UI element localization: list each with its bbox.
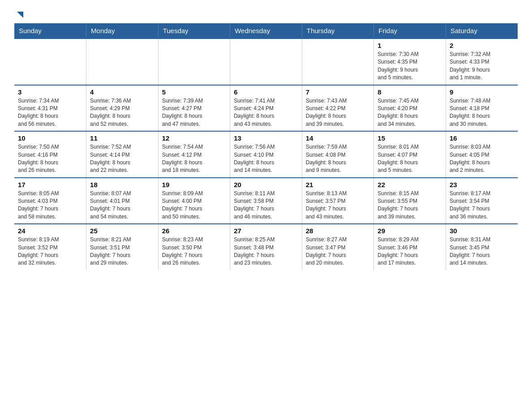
day-number: 2 [450,42,514,49]
day-info: Sunrise: 8:29 AM Sunset: 3:46 PM Dayligh… [378,236,442,267]
day-number: 3 [18,88,82,96]
day-info: Sunrise: 7:50 AM Sunset: 4:16 PM Dayligh… [18,143,82,175]
day-cell-3-5: 22Sunrise: 8:15 AM Sunset: 3:55 PM Dayli… [374,178,446,224]
day-cell-3-4: 21Sunrise: 8:13 AM Sunset: 3:57 PM Dayli… [302,178,374,224]
day-number: 27 [234,227,298,235]
day-cell-0-4 [302,39,374,85]
day-info: Sunrise: 8:03 AM Sunset: 4:05 PM Dayligh… [450,143,514,175]
day-info: Sunrise: 8:09 AM Sunset: 4:00 PM Dayligh… [162,190,227,221]
day-number: 29 [378,227,442,235]
day-cell-4-3: 27Sunrise: 8:25 AM Sunset: 3:48 PM Dayli… [230,224,302,270]
day-number: 24 [18,227,82,235]
day-number: 17 [18,181,82,188]
day-cell-4-4: 28Sunrise: 8:27 AM Sunset: 3:47 PM Dayli… [302,224,374,270]
day-cell-3-6: 23Sunrise: 8:17 AM Sunset: 3:54 PM Dayli… [446,178,518,224]
day-number: 11 [90,134,154,142]
day-info: Sunrise: 8:19 AM Sunset: 3:52 PM Dayligh… [18,236,82,267]
day-info: Sunrise: 7:48 AM Sunset: 4:18 PM Dayligh… [450,97,514,128]
day-info: Sunrise: 8:11 AM Sunset: 3:58 PM Dayligh… [234,190,298,221]
day-number: 5 [162,88,227,96]
day-cell-2-2: 12Sunrise: 7:54 AM Sunset: 4:12 PM Dayli… [158,131,230,178]
calendar-table: SundayMondayTuesdayWednesdayThursdayFrid… [14,23,518,270]
day-number: 22 [378,181,442,188]
day-info: Sunrise: 8:23 AM Sunset: 3:50 PM Dayligh… [162,236,227,267]
day-number: 10 [18,134,82,142]
day-cell-2-0: 10Sunrise: 7:50 AM Sunset: 4:16 PM Dayli… [14,131,86,178]
day-info: Sunrise: 7:52 AM Sunset: 4:14 PM Dayligh… [90,143,154,175]
week-row-4: 17Sunrise: 8:05 AM Sunset: 4:03 PM Dayli… [14,178,518,224]
day-number: 12 [162,134,227,142]
day-number: 20 [234,181,298,188]
day-number: 19 [162,181,227,188]
logo [14,11,25,18]
day-cell-3-3: 20Sunrise: 8:11 AM Sunset: 3:58 PM Dayli… [230,178,302,224]
day-info: Sunrise: 8:17 AM Sunset: 3:54 PM Dayligh… [450,190,514,221]
day-info: Sunrise: 8:01 AM Sunset: 4:07 PM Dayligh… [378,143,442,175]
day-number: 28 [306,227,370,235]
day-cell-2-4: 14Sunrise: 7:59 AM Sunset: 4:08 PM Dayli… [302,131,374,178]
day-number: 25 [90,227,154,235]
day-cell-0-0 [14,39,86,85]
day-cell-0-1 [86,39,159,85]
day-number: 7 [306,88,370,96]
day-cell-4-0: 24Sunrise: 8:19 AM Sunset: 3:52 PM Dayli… [14,224,86,270]
week-row-1: 1Sunrise: 7:30 AM Sunset: 4:35 PM Daylig… [14,39,518,85]
header-monday: Monday [86,23,159,39]
calendar-header: SundayMondayTuesdayWednesdayThursdayFrid… [14,23,518,39]
day-cell-2-5: 15Sunrise: 8:01 AM Sunset: 4:07 PM Dayli… [374,131,446,178]
day-cell-0-2 [158,39,230,85]
day-number: 18 [90,181,154,188]
header-sunday: Sunday [14,23,86,39]
day-info: Sunrise: 7:56 AM Sunset: 4:10 PM Dayligh… [234,143,298,175]
day-info: Sunrise: 8:15 AM Sunset: 3:55 PM Dayligh… [378,190,442,221]
day-number: 9 [450,88,514,96]
page-header [14,11,518,18]
day-cell-0-6: 2Sunrise: 7:32 AM Sunset: 4:33 PM Daylig… [446,39,518,85]
day-cell-2-3: 13Sunrise: 7:56 AM Sunset: 4:10 PM Dayli… [230,131,302,178]
day-info: Sunrise: 7:43 AM Sunset: 4:22 PM Dayligh… [306,97,370,128]
day-info: Sunrise: 7:39 AM Sunset: 4:27 PM Dayligh… [162,97,227,128]
day-info: Sunrise: 8:25 AM Sunset: 3:48 PM Dayligh… [234,236,298,267]
day-cell-4-6: 30Sunrise: 8:31 AM Sunset: 3:45 PM Dayli… [446,224,518,270]
day-info: Sunrise: 8:07 AM Sunset: 4:01 PM Dayligh… [90,190,154,221]
day-number: 14 [306,134,370,142]
day-cell-0-3 [230,39,302,85]
day-info: Sunrise: 7:41 AM Sunset: 4:24 PM Dayligh… [234,97,298,128]
day-number: 21 [306,181,370,188]
week-row-5: 24Sunrise: 8:19 AM Sunset: 3:52 PM Dayli… [14,224,518,270]
day-info: Sunrise: 8:21 AM Sunset: 3:51 PM Dayligh… [90,236,154,267]
day-cell-1-1: 4Sunrise: 7:36 AM Sunset: 4:29 PM Daylig… [86,85,159,132]
day-cell-2-6: 16Sunrise: 8:03 AM Sunset: 4:05 PM Dayli… [446,131,518,178]
day-cell-3-2: 19Sunrise: 8:09 AM Sunset: 4:00 PM Dayli… [158,178,230,224]
day-number: 15 [378,134,442,142]
day-cell-4-2: 26Sunrise: 8:23 AM Sunset: 3:50 PM Dayli… [158,224,230,270]
week-row-3: 10Sunrise: 7:50 AM Sunset: 4:16 PM Dayli… [14,131,518,178]
day-cell-1-3: 6Sunrise: 7:41 AM Sunset: 4:24 PM Daylig… [230,85,302,132]
day-info: Sunrise: 7:34 AM Sunset: 4:31 PM Dayligh… [18,97,82,128]
day-info: Sunrise: 7:36 AM Sunset: 4:29 PM Dayligh… [90,97,154,128]
day-cell-4-1: 25Sunrise: 8:21 AM Sunset: 3:51 PM Dayli… [86,224,159,270]
logo-triangle-icon [15,10,25,20]
day-info: Sunrise: 7:30 AM Sunset: 4:35 PM Dayligh… [378,51,442,82]
day-cell-1-4: 7Sunrise: 7:43 AM Sunset: 4:22 PM Daylig… [302,85,374,132]
day-number: 6 [234,88,298,96]
day-cell-3-0: 17Sunrise: 8:05 AM Sunset: 4:03 PM Dayli… [14,178,86,224]
header-tuesday: Tuesday [158,23,230,39]
svg-marker-0 [17,12,23,18]
day-cell-1-0: 3Sunrise: 7:34 AM Sunset: 4:31 PM Daylig… [14,85,86,132]
day-number: 4 [90,88,154,96]
day-info: Sunrise: 8:27 AM Sunset: 3:47 PM Dayligh… [306,236,370,267]
day-cell-1-2: 5Sunrise: 7:39 AM Sunset: 4:27 PM Daylig… [158,85,230,132]
day-number: 13 [234,134,298,142]
day-cell-1-5: 8Sunrise: 7:45 AM Sunset: 4:20 PM Daylig… [374,85,446,132]
day-cell-0-5: 1Sunrise: 7:30 AM Sunset: 4:35 PM Daylig… [374,39,446,85]
day-info: Sunrise: 7:45 AM Sunset: 4:20 PM Dayligh… [378,97,442,128]
day-cell-4-5: 29Sunrise: 8:29 AM Sunset: 3:46 PM Dayli… [374,224,446,270]
header-friday: Friday [374,23,446,39]
header-wednesday: Wednesday [230,23,302,39]
day-number: 1 [378,42,442,49]
day-number: 16 [450,134,514,142]
day-info: Sunrise: 8:05 AM Sunset: 4:03 PM Dayligh… [18,190,82,221]
week-row-2: 3Sunrise: 7:34 AM Sunset: 4:31 PM Daylig… [14,85,518,132]
day-cell-1-6: 9Sunrise: 7:48 AM Sunset: 4:18 PM Daylig… [446,85,518,132]
